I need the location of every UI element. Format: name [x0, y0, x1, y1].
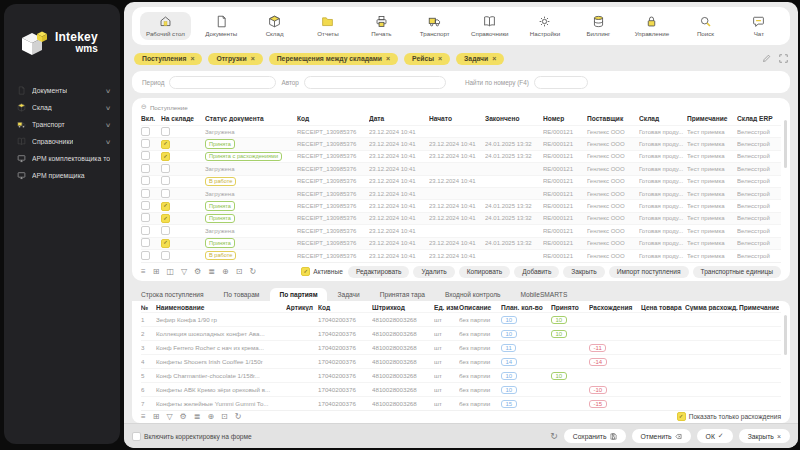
table-row[interactable]: 6Конфеты АВК Кремо зёри ореховый в...170…: [141, 382, 781, 396]
include-checkbox[interactable]: [141, 164, 150, 173]
menu-icon[interactable]: ≡: [141, 268, 146, 276]
table-row[interactable]: ЗагруженаRECEIPT_13098537623.12.2024 10:…: [141, 224, 781, 236]
close-icon[interactable]: ×: [438, 55, 442, 62]
close-icon[interactable]: ×: [492, 55, 496, 62]
document-tab[interactable]: Задачи×: [456, 53, 504, 65]
on-stock-checkbox[interactable]: [161, 164, 170, 173]
include-checkbox[interactable]: [141, 139, 150, 148]
detail-scrollbar[interactable]: [784, 315, 787, 355]
topnav-item-desktop[interactable]: Рабочий стол: [140, 12, 191, 40]
close-button[interactable]: Закрыть×: [739, 429, 790, 443]
table-row[interactable]: 2Коллекция шоколадных конфет Ава...17040…: [141, 326, 781, 340]
topnav-item-management[interactable]: Управление: [629, 12, 675, 40]
table-row[interactable]: ЗагруженаRECEIPT_13098537623.12.2024 10:…: [141, 125, 781, 137]
gear-icon[interactable]: ⚙: [194, 268, 201, 276]
author-input[interactable]: [304, 76, 446, 89]
sidebar-item-warehouse[interactable]: Склад∨: [4, 99, 120, 116]
cancel-button[interactable]: Отменить: [632, 429, 691, 443]
topnav-item-transport[interactable]: Транспорт: [412, 12, 458, 40]
find-by-number-input[interactable]: [534, 76, 588, 89]
table-row[interactable]: В работеRECEIPT_13098537623.12.2024 10:4…: [141, 249, 781, 261]
document-tab[interactable]: Перемещения между складами×: [269, 53, 398, 65]
action-button[interactable]: Импорт поступления: [609, 266, 689, 278]
table-row[interactable]: 3Конф Ferrero Rocher с нач из крема...17…: [141, 340, 781, 354]
detail-tab[interactable]: MobileSMARTS: [512, 288, 577, 301]
on-stock-checkbox[interactable]: [161, 127, 170, 136]
on-stock-checkbox[interactable]: [161, 226, 170, 235]
topnav-item-chat[interactable]: Чат: [736, 12, 782, 40]
sidebar-item-transport[interactable]: Транспорт∨: [4, 116, 120, 133]
on-stock-checkbox[interactable]: [161, 251, 170, 260]
table-row[interactable]: ✓Принята с расхождениямиRECEIPT_13098537…: [141, 150, 781, 162]
document-tab[interactable]: Отгрузки×: [208, 53, 262, 65]
table-row[interactable]: 4Конфеты Shooers Irish Cooffee 1/150г170…: [141, 354, 781, 368]
topnav-item-search[interactable]: Поиск: [682, 12, 728, 40]
on-stock-checkbox[interactable]: ✓: [161, 214, 170, 223]
close-icon[interactable]: ×: [386, 55, 390, 62]
topnav-item-warehouse[interactable]: Склад: [252, 12, 298, 40]
form-adjustment-checkbox[interactable]: [132, 432, 141, 441]
action-button[interactable]: Закрыть: [563, 266, 604, 278]
table-row[interactable]: В работеRECEIPT_13098537623.12.2024 10:4…: [141, 175, 781, 187]
table-row[interactable]: ✓ПринятаRECEIPT_13098537623.12.2024 10:4…: [141, 237, 781, 249]
include-checkbox[interactable]: [141, 151, 150, 160]
detail-tab[interactable]: Строка поступления: [132, 288, 213, 301]
list-icon[interactable]: ≣: [208, 268, 215, 276]
close-icon[interactable]: ×: [190, 55, 194, 62]
sidebar-item-documents[interactable]: Документы∨: [4, 82, 120, 99]
fullscreen-icon[interactable]: [779, 54, 788, 63]
detail-tab[interactable]: По товарам: [215, 288, 269, 301]
include-checkbox[interactable]: [141, 189, 150, 198]
on-stock-checkbox[interactable]: ✓: [161, 202, 170, 211]
detail-tab[interactable]: Задачи: [329, 288, 369, 301]
on-stock-checkbox[interactable]: ✓: [161, 239, 170, 248]
export-icon[interactable]: ⊡: [236, 268, 243, 276]
grid-icon[interactable]: ⊞: [153, 413, 160, 421]
topnav-item-references[interactable]: Справочники: [465, 12, 514, 40]
action-button[interactable]: Транспортные единицы: [693, 266, 781, 278]
topnav-item-reports[interactable]: Отчеты: [305, 12, 351, 40]
card-icon[interactable]: ◫: [166, 268, 174, 276]
filter-icon[interactable]: ▽: [181, 268, 187, 276]
receipts-scrollbar[interactable]: [784, 120, 787, 168]
document-tab[interactable]: Поступления×: [134, 53, 202, 65]
filter-icon[interactable]: ▽: [166, 413, 172, 421]
table-row[interactable]: ✓ПринятаRECEIPT_13098537623.12.2024 10:4…: [141, 199, 781, 211]
include-checkbox[interactable]: [141, 238, 150, 247]
table-row[interactable]: ЗагруженаRECEIPT_13098537623.12.2024 10:…: [141, 187, 781, 199]
grid-icon[interactable]: ⊞: [153, 268, 160, 276]
target-icon[interactable]: ⊕: [222, 268, 229, 276]
refresh-icon[interactable]: ↻: [550, 431, 558, 441]
topnav-item-billing[interactable]: Биллинг: [575, 12, 621, 40]
detail-tab[interactable]: По партиям: [270, 288, 326, 301]
topnav-item-print[interactable]: Печать: [358, 12, 404, 40]
include-checkbox[interactable]: [141, 201, 150, 210]
include-checkbox[interactable]: [141, 213, 150, 222]
table-row[interactable]: 1Зефир Конфа 1/90 гр17040200376481002800…: [141, 312, 781, 326]
include-checkbox[interactable]: [141, 251, 150, 260]
sidebar-item-arm-receiver[interactable]: АРМ приемщика: [4, 167, 120, 184]
list-icon[interactable]: ≣: [194, 413, 201, 421]
show-discrepancies-checkbox[interactable]: ✓: [677, 412, 686, 421]
ok-button[interactable]: ОК✓: [697, 429, 733, 443]
menu-icon[interactable]: ≡: [141, 413, 146, 421]
refresh-icon[interactable]: ↻: [235, 413, 242, 421]
sidebar-item-arm-picker[interactable]: АРМ комплектовщика товаров: [4, 150, 120, 167]
refresh-icon[interactable]: ↻: [249, 268, 256, 276]
include-checkbox[interactable]: [141, 226, 150, 235]
target-icon[interactable]: ⊕: [207, 413, 214, 421]
action-button[interactable]: Редактировать: [348, 266, 410, 278]
include-checkbox[interactable]: [141, 176, 150, 185]
on-stock-checkbox[interactable]: [161, 189, 170, 198]
document-tab[interactable]: Рейсы×: [404, 53, 450, 65]
include-checkbox[interactable]: [141, 127, 150, 136]
collapse-icon[interactable]: ⊖: [141, 103, 147, 111]
table-row[interactable]: 7Конфеты желейные Yummi Gummi To...17040…: [141, 396, 781, 410]
on-stock-checkbox[interactable]: [161, 176, 170, 185]
sidebar-item-references[interactable]: Справочники∨: [4, 133, 120, 150]
detail-tab[interactable]: Принятая тара: [371, 288, 434, 301]
table-row[interactable]: 5Конф Charmantier-chocolate 1/158г...170…: [141, 368, 781, 382]
table-row[interactable]: ✓ПринятаRECEIPT_13098537623.12.2024 10:4…: [141, 137, 781, 149]
table-row[interactable]: ЗагруженаRECEIPT_13098537623.12.2024 10:…: [141, 162, 781, 174]
edit-pencil-icon[interactable]: [762, 54, 771, 63]
